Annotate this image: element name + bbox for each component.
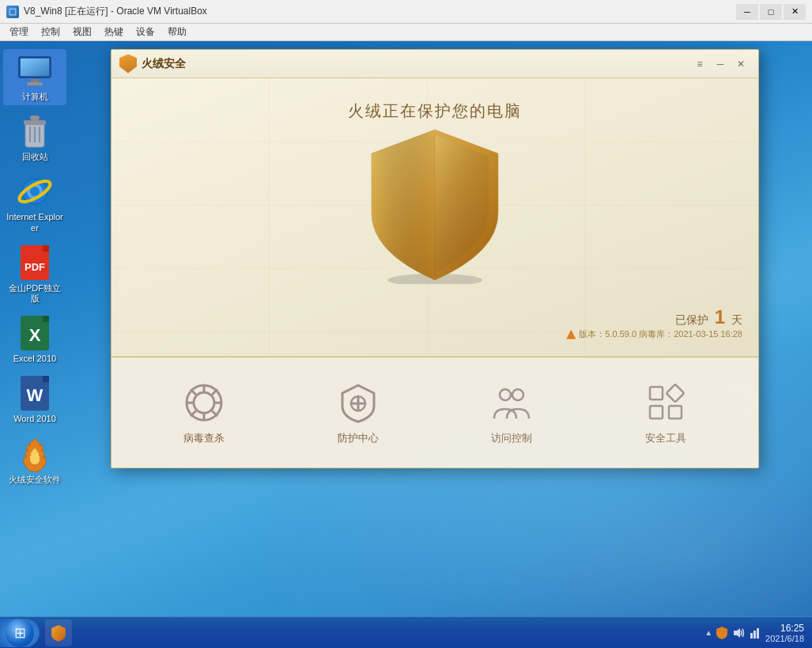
svg-rect-56	[750, 633, 753, 639]
menu-manage[interactable]: 管理	[3, 24, 35, 40]
taskbar-date-display: 2021/6/18	[765, 634, 804, 643]
start-button[interactable]: ⊞	[0, 619, 40, 647]
svg-text:PDF: PDF	[25, 261, 45, 273]
desktop-icon-computer[interactable]: 计算机	[3, 49, 66, 105]
svg-rect-54	[669, 406, 682, 419]
vbox-maximize-button[interactable]: □	[760, 4, 782, 20]
ie-icon	[16, 172, 54, 210]
svg-rect-8	[30, 116, 40, 120]
svg-rect-3	[21, 59, 49, 76]
taskbar-right: ▲	[704, 623, 812, 643]
vbox-window-controls: ─ □ ✕	[736, 4, 806, 20]
svg-rect-26	[43, 376, 49, 382]
svg-point-50	[512, 389, 523, 400]
tray-speaker-icon[interactable]	[731, 626, 746, 640]
desktop: 计算机 回收站	[0, 41, 812, 616]
protection-center-icon	[336, 381, 380, 425]
huorong-shield-graphic	[364, 126, 506, 287]
taskbar-clock[interactable]: 16:25 2021/6/18	[765, 623, 804, 643]
huorong-window: 火绒安全 ≡ ─ ✕	[111, 49, 759, 468]
virus-scan-icon	[182, 381, 226, 425]
desktop-icons: 计算机 回收站	[0, 41, 70, 616]
svg-rect-7	[24, 120, 46, 125]
menu-view[interactable]: 视图	[66, 24, 98, 40]
huorong-window-controls: ≡ ─ ✕	[690, 55, 750, 73]
svg-rect-18	[43, 245, 49, 252]
huorong-days-value: 1	[715, 306, 725, 328]
svg-rect-53	[650, 406, 663, 419]
huorong-titlebar: 火绒安全 ≡ ─ ✕	[111, 50, 758, 78]
windows-logo: ⊞	[14, 624, 26, 642]
protection-center-label: 防护中心	[338, 431, 379, 445]
ie-icon-label: Internet Explorer	[6, 212, 63, 233]
svg-rect-22	[43, 316, 49, 322]
security-icon	[16, 435, 54, 473]
pdf-icon-label: 金山PDF独立版	[6, 283, 63, 304]
virus-scan-button[interactable]: 病毒查杀	[166, 373, 242, 453]
start-pearl: ⊞	[6, 619, 34, 647]
computer-icon	[16, 52, 54, 90]
desktop-icon-pdf[interactable]: PDF 金山PDF独立版	[3, 241, 66, 307]
svg-rect-51	[650, 387, 663, 400]
recycle-icon-label: 回收站	[22, 152, 48, 162]
desktop-icon-word[interactable]: W Word 2010	[3, 371, 66, 427]
desktop-icon-security[interactable]: 火绒安全软件	[3, 432, 66, 488]
vbox-minimize-button[interactable]: ─	[736, 4, 758, 20]
access-control-icon	[489, 381, 534, 425]
huorong-menu-button[interactable]: ≡	[690, 55, 709, 73]
huorong-minimize-button[interactable]: ─	[711, 55, 730, 73]
vbox-title: V8_Win8 [正在运行] - Oracle VM VirtualBox	[24, 5, 736, 18]
vbox-close-button[interactable]: ✕	[784, 4, 806, 20]
access-control-button[interactable]: 访问控制	[474, 373, 550, 453]
security-tools-icon	[644, 381, 688, 425]
huorong-version-info: 版本：5.0.59.0 病毒库：2021-03-15 16:28	[566, 328, 742, 340]
huorong-main-area: 火绒正在保护您的电脑	[111, 78, 758, 356]
vbox-menubar: 管理 控制 视图 热键 设备 帮助	[0, 24, 812, 41]
tray-network-icon[interactable]	[748, 626, 762, 640]
svg-point-14	[30, 187, 40, 196]
security-tools-label: 安全工具	[645, 431, 686, 445]
warning-icon	[566, 330, 576, 339]
tray-expand-arrow[interactable]: ▲	[704, 628, 712, 637]
taskbar-time-display: 16:25	[765, 623, 804, 634]
huorong-shield-icon	[119, 55, 137, 74]
tray-security-icon[interactable]	[715, 626, 729, 640]
huorong-status-area: 火绒正在保护您的电脑	[348, 100, 522, 122]
svg-rect-52	[666, 384, 684, 402]
word-icon-label: Word 2010	[13, 414, 56, 424]
huorong-days-label: 已保护 1 天	[566, 306, 742, 328]
taskbar: ⊞ ▲	[0, 616, 812, 648]
computer-icon-label: 计算机	[22, 92, 48, 102]
menu-devices[interactable]: 设备	[130, 24, 161, 40]
svg-point-49	[500, 389, 511, 400]
excel-icon-label: Excel 2010	[13, 354, 56, 364]
huorong-close-button[interactable]: ✕	[731, 55, 750, 73]
pdf-icon: PDF	[16, 244, 54, 282]
virus-scan-label: 病毒查杀	[183, 431, 225, 445]
desktop-icon-ie[interactable]: Internet Explorer	[3, 169, 66, 236]
huorong-title-text: 火绒安全	[142, 57, 186, 71]
menu-hotkey[interactable]: 热键	[98, 24, 130, 40]
desktop-icon-excel[interactable]: X Excel 2010	[3, 311, 66, 367]
svg-marker-55	[734, 628, 740, 638]
huorong-function-icons: 病毒查杀 防护中心	[111, 357, 758, 468]
vbox-icon	[6, 6, 19, 18]
word-icon: W	[16, 374, 54, 412]
huorong-status-text: 火绒正在保护您的电脑	[348, 102, 522, 119]
svg-rect-57	[753, 631, 756, 639]
taskbar-security-app[interactable]	[45, 620, 72, 646]
svg-point-37	[194, 392, 214, 413]
taskbar-tray: ▲	[704, 626, 762, 640]
protection-center-button[interactable]: 防护中心	[320, 373, 396, 453]
security-icon-label: 火绒安全软件	[9, 475, 61, 485]
security-tools-button[interactable]: 安全工具	[628, 373, 704, 453]
svg-rect-1	[10, 9, 15, 14]
menu-control[interactable]: 控制	[35, 24, 66, 40]
recycle-icon	[16, 112, 54, 150]
excel-icon: X	[16, 314, 54, 352]
svg-rect-58	[757, 628, 759, 639]
desktop-icon-recycle[interactable]: 回收站	[3, 109, 66, 165]
svg-text:W: W	[27, 385, 43, 405]
menu-help[interactable]: 帮助	[161, 24, 193, 40]
svg-rect-5	[27, 82, 43, 85]
